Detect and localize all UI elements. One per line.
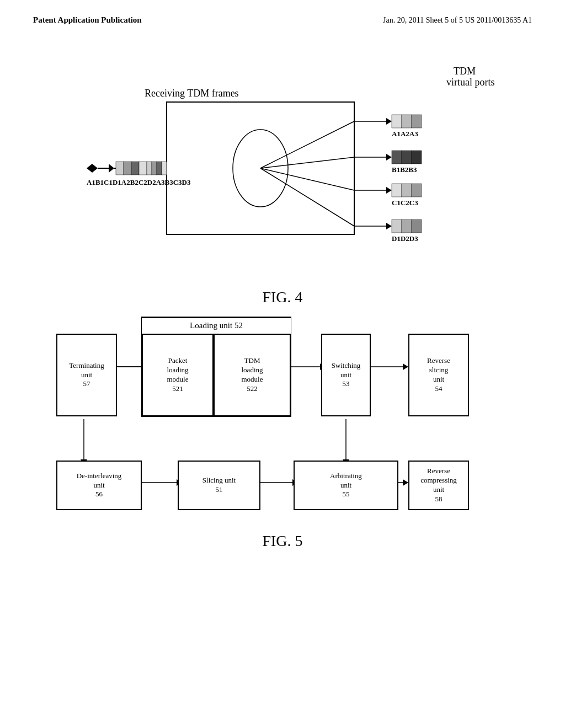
cell-a2 xyxy=(162,162,167,175)
vp-c2 xyxy=(402,184,412,197)
fanout-b xyxy=(260,157,354,168)
input-arrow xyxy=(109,164,114,173)
arbitrating-block: Arbitrating unit 55 xyxy=(294,461,398,510)
vp-d3 xyxy=(412,220,422,233)
svg-marker-7 xyxy=(403,363,408,370)
tdm-virtual-ports-label2: virtual ports xyxy=(446,77,495,88)
receiving-tdm-label: Receiving TDM frames xyxy=(145,88,239,99)
vp-a-label: A1A2A3 xyxy=(392,130,418,138)
fig4-caption: FIG. 4 xyxy=(0,288,565,306)
input-diamond xyxy=(87,164,98,173)
switching-label: Switching unit 53 xyxy=(332,361,361,389)
fig4-container: Receiving TDM frames TDM virtual ports xyxy=(0,41,565,295)
reverse-slicing-label: Reverse slicing unit 54 xyxy=(427,356,450,394)
publication-info: Jan. 20, 2011 Sheet 5 of 5 US 2011/00136… xyxy=(383,16,532,25)
de-interleaving-label: De-interleaving unit 56 xyxy=(77,472,122,500)
loading-unit-label: Loading unit 52 xyxy=(142,317,291,334)
vp-b-label: B1B2B3 xyxy=(392,165,417,174)
reverse-compressing-label: Reverse compressing unit 58 xyxy=(420,467,457,504)
de-interleaving-block: De-interleaving unit 56 xyxy=(56,461,142,510)
vp-c3 xyxy=(412,184,422,197)
fig4-svg: Receiving TDM frames TDM virtual ports xyxy=(45,41,520,284)
vp-c1 xyxy=(392,184,402,197)
reverse-slicing-block: Reverse slicing unit 54 xyxy=(408,334,469,416)
vp-b3 xyxy=(412,151,422,164)
switching-block: Switching unit 53 xyxy=(321,334,371,416)
packet-loading-label: Packet loading module 521 xyxy=(167,356,189,394)
slicing-label: Slicing unit 51 xyxy=(202,476,236,495)
arrow-a xyxy=(386,118,392,125)
vp-a2 xyxy=(402,115,412,128)
cell-c2 xyxy=(152,162,157,175)
cell-a3 xyxy=(139,162,147,175)
fanout-a xyxy=(260,121,354,168)
tdm-loading-block: TDM loading module 522 xyxy=(214,334,291,416)
diagram: Loading unit 52 Packet loading module 52… xyxy=(56,312,509,521)
vp-b2 xyxy=(402,151,412,164)
vp-a1 xyxy=(392,115,402,128)
packet-loading-block: Packet loading module 521 xyxy=(142,334,214,416)
svg-marker-11 xyxy=(403,479,408,486)
cell-b2 xyxy=(157,162,162,175)
tdm-virtual-ports-label: TDM xyxy=(454,66,476,77)
terminating-block: Terminating unit 57 xyxy=(56,334,117,416)
vp-d-label: D1D2D3 xyxy=(392,234,418,243)
arbitrating-label: Arbitrating unit 55 xyxy=(330,472,362,500)
tdm-loading-label: TDM loading module 522 xyxy=(242,356,263,394)
arrow-c xyxy=(386,187,392,194)
reverse-compressing-block: Reverse compressing unit 58 xyxy=(408,461,469,510)
arrow-b xyxy=(386,154,392,160)
page-header: Patent Application Publication Jan. 20, … xyxy=(0,0,565,25)
cell-c3 xyxy=(124,162,131,175)
fig5-caption: FIG. 5 xyxy=(0,532,565,550)
vp-d1 xyxy=(392,220,402,233)
fanout-d xyxy=(260,168,354,226)
fanout-c xyxy=(260,168,354,190)
publication-label: Patent Application Publication xyxy=(33,15,142,25)
vp-d2 xyxy=(402,220,412,233)
vp-c-label: C1C2C3 xyxy=(392,199,418,207)
arrow-d xyxy=(386,223,392,229)
cell-d3 xyxy=(116,162,124,175)
sequence-label: A1B1C1D1A2B2C2D2A3B3C3D3 xyxy=(87,178,191,186)
vp-a3 xyxy=(412,115,422,128)
vp-b1 xyxy=(392,151,402,164)
fig5-container: Loading unit 52 Packet loading module 52… xyxy=(0,312,565,550)
cell-d2 xyxy=(147,162,152,175)
cell-b3 xyxy=(131,162,139,175)
slicing-block: Slicing unit 51 xyxy=(178,461,260,510)
terminating-label: Terminating unit 57 xyxy=(69,361,104,389)
